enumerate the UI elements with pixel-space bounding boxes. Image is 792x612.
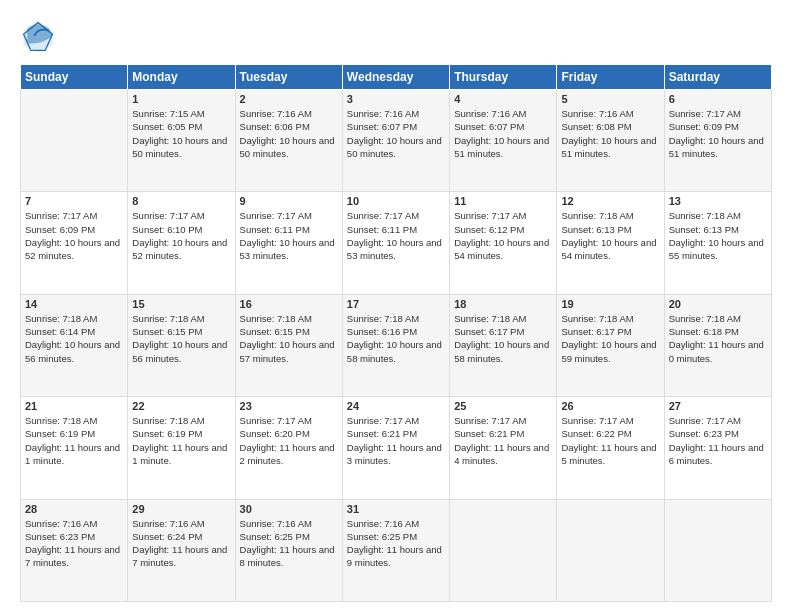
cell-info: Sunrise: 7:16 AMSunset: 6:07 PMDaylight:… xyxy=(347,107,445,160)
cell-info: Sunrise: 7:17 AMSunset: 6:20 PMDaylight:… xyxy=(240,414,338,467)
day-number: 6 xyxy=(669,93,767,105)
day-number: 29 xyxy=(132,503,230,515)
calendar-cell: 1Sunrise: 7:15 AMSunset: 6:05 PMDaylight… xyxy=(128,90,235,192)
day-number: 15 xyxy=(132,298,230,310)
cell-info: Sunrise: 7:17 AMSunset: 6:11 PMDaylight:… xyxy=(240,209,338,262)
col-header-tuesday: Tuesday xyxy=(235,65,342,90)
cell-info: Sunrise: 7:17 AMSunset: 6:23 PMDaylight:… xyxy=(669,414,767,467)
cell-info: Sunrise: 7:18 AMSunset: 6:19 PMDaylight:… xyxy=(25,414,123,467)
day-number: 19 xyxy=(561,298,659,310)
col-header-monday: Monday xyxy=(128,65,235,90)
cell-info: Sunrise: 7:18 AMSunset: 6:15 PMDaylight:… xyxy=(132,312,230,365)
calendar-cell: 29Sunrise: 7:16 AMSunset: 6:24 PMDayligh… xyxy=(128,499,235,601)
week-row-2: 7Sunrise: 7:17 AMSunset: 6:09 PMDaylight… xyxy=(21,192,772,294)
calendar-cell: 10Sunrise: 7:17 AMSunset: 6:11 PMDayligh… xyxy=(342,192,449,294)
cell-info: Sunrise: 7:16 AMSunset: 6:23 PMDaylight:… xyxy=(25,517,123,570)
cell-info: Sunrise: 7:17 AMSunset: 6:12 PMDaylight:… xyxy=(454,209,552,262)
logo-icon xyxy=(20,18,56,54)
cell-info: Sunrise: 7:17 AMSunset: 6:09 PMDaylight:… xyxy=(669,107,767,160)
calendar-cell: 21Sunrise: 7:18 AMSunset: 6:19 PMDayligh… xyxy=(21,397,128,499)
col-header-sunday: Sunday xyxy=(21,65,128,90)
calendar-cell: 7Sunrise: 7:17 AMSunset: 6:09 PMDaylight… xyxy=(21,192,128,294)
calendar-cell: 2Sunrise: 7:16 AMSunset: 6:06 PMDaylight… xyxy=(235,90,342,192)
day-number: 17 xyxy=(347,298,445,310)
cell-info: Sunrise: 7:18 AMSunset: 6:16 PMDaylight:… xyxy=(347,312,445,365)
cell-info: Sunrise: 7:17 AMSunset: 6:10 PMDaylight:… xyxy=(132,209,230,262)
calendar-cell: 23Sunrise: 7:17 AMSunset: 6:20 PMDayligh… xyxy=(235,397,342,499)
day-number: 1 xyxy=(132,93,230,105)
calendar-cell: 28Sunrise: 7:16 AMSunset: 6:23 PMDayligh… xyxy=(21,499,128,601)
calendar-cell: 18Sunrise: 7:18 AMSunset: 6:17 PMDayligh… xyxy=(450,294,557,396)
calendar-cell: 14Sunrise: 7:18 AMSunset: 6:14 PMDayligh… xyxy=(21,294,128,396)
header-row: SundayMondayTuesdayWednesdayThursdayFrid… xyxy=(21,65,772,90)
calendar-cell: 17Sunrise: 7:18 AMSunset: 6:16 PMDayligh… xyxy=(342,294,449,396)
cell-info: Sunrise: 7:17 AMSunset: 6:21 PMDaylight:… xyxy=(454,414,552,467)
week-row-1: 1Sunrise: 7:15 AMSunset: 6:05 PMDaylight… xyxy=(21,90,772,192)
calendar-cell xyxy=(450,499,557,601)
day-number: 14 xyxy=(25,298,123,310)
day-number: 28 xyxy=(25,503,123,515)
calendar-cell: 4Sunrise: 7:16 AMSunset: 6:07 PMDaylight… xyxy=(450,90,557,192)
cell-info: Sunrise: 7:16 AMSunset: 6:08 PMDaylight:… xyxy=(561,107,659,160)
cell-info: Sunrise: 7:17 AMSunset: 6:22 PMDaylight:… xyxy=(561,414,659,467)
week-row-4: 21Sunrise: 7:18 AMSunset: 6:19 PMDayligh… xyxy=(21,397,772,499)
calendar-cell: 27Sunrise: 7:17 AMSunset: 6:23 PMDayligh… xyxy=(664,397,771,499)
day-number: 12 xyxy=(561,195,659,207)
day-number: 7 xyxy=(25,195,123,207)
cell-info: Sunrise: 7:15 AMSunset: 6:05 PMDaylight:… xyxy=(132,107,230,160)
day-number: 21 xyxy=(25,400,123,412)
logo xyxy=(20,18,58,54)
cell-info: Sunrise: 7:16 AMSunset: 6:07 PMDaylight:… xyxy=(454,107,552,160)
calendar-cell: 30Sunrise: 7:16 AMSunset: 6:25 PMDayligh… xyxy=(235,499,342,601)
cell-info: Sunrise: 7:17 AMSunset: 6:11 PMDaylight:… xyxy=(347,209,445,262)
day-number: 2 xyxy=(240,93,338,105)
day-number: 10 xyxy=(347,195,445,207)
calendar-cell: 13Sunrise: 7:18 AMSunset: 6:13 PMDayligh… xyxy=(664,192,771,294)
cell-info: Sunrise: 7:18 AMSunset: 6:18 PMDaylight:… xyxy=(669,312,767,365)
calendar-cell: 22Sunrise: 7:18 AMSunset: 6:19 PMDayligh… xyxy=(128,397,235,499)
cell-info: Sunrise: 7:16 AMSunset: 6:24 PMDaylight:… xyxy=(132,517,230,570)
day-number: 11 xyxy=(454,195,552,207)
cell-info: Sunrise: 7:17 AMSunset: 6:09 PMDaylight:… xyxy=(25,209,123,262)
calendar-body: 1Sunrise: 7:15 AMSunset: 6:05 PMDaylight… xyxy=(21,90,772,602)
day-number: 8 xyxy=(132,195,230,207)
cell-info: Sunrise: 7:18 AMSunset: 6:19 PMDaylight:… xyxy=(132,414,230,467)
day-number: 24 xyxy=(347,400,445,412)
col-header-saturday: Saturday xyxy=(664,65,771,90)
calendar-cell: 11Sunrise: 7:17 AMSunset: 6:12 PMDayligh… xyxy=(450,192,557,294)
calendar-table: SundayMondayTuesdayWednesdayThursdayFrid… xyxy=(20,64,772,602)
calendar-cell xyxy=(664,499,771,601)
calendar-cell: 31Sunrise: 7:16 AMSunset: 6:25 PMDayligh… xyxy=(342,499,449,601)
cell-info: Sunrise: 7:17 AMSunset: 6:21 PMDaylight:… xyxy=(347,414,445,467)
day-number: 25 xyxy=(454,400,552,412)
calendar-page: SundayMondayTuesdayWednesdayThursdayFrid… xyxy=(0,0,792,612)
col-header-friday: Friday xyxy=(557,65,664,90)
calendar-cell: 3Sunrise: 7:16 AMSunset: 6:07 PMDaylight… xyxy=(342,90,449,192)
calendar-cell: 19Sunrise: 7:18 AMSunset: 6:17 PMDayligh… xyxy=(557,294,664,396)
calendar-cell xyxy=(557,499,664,601)
col-header-thursday: Thursday xyxy=(450,65,557,90)
cell-info: Sunrise: 7:16 AMSunset: 6:06 PMDaylight:… xyxy=(240,107,338,160)
calendar-header: SundayMondayTuesdayWednesdayThursdayFrid… xyxy=(21,65,772,90)
calendar-cell: 20Sunrise: 7:18 AMSunset: 6:18 PMDayligh… xyxy=(664,294,771,396)
cell-info: Sunrise: 7:16 AMSunset: 6:25 PMDaylight:… xyxy=(240,517,338,570)
calendar-cell: 9Sunrise: 7:17 AMSunset: 6:11 PMDaylight… xyxy=(235,192,342,294)
day-number: 4 xyxy=(454,93,552,105)
day-number: 16 xyxy=(240,298,338,310)
calendar-cell: 12Sunrise: 7:18 AMSunset: 6:13 PMDayligh… xyxy=(557,192,664,294)
col-header-wednesday: Wednesday xyxy=(342,65,449,90)
header xyxy=(20,18,772,54)
day-number: 23 xyxy=(240,400,338,412)
day-number: 3 xyxy=(347,93,445,105)
calendar-cell: 26Sunrise: 7:17 AMSunset: 6:22 PMDayligh… xyxy=(557,397,664,499)
day-number: 13 xyxy=(669,195,767,207)
calendar-cell: 24Sunrise: 7:17 AMSunset: 6:21 PMDayligh… xyxy=(342,397,449,499)
day-number: 9 xyxy=(240,195,338,207)
calendar-cell: 25Sunrise: 7:17 AMSunset: 6:21 PMDayligh… xyxy=(450,397,557,499)
day-number: 31 xyxy=(347,503,445,515)
cell-info: Sunrise: 7:16 AMSunset: 6:25 PMDaylight:… xyxy=(347,517,445,570)
day-number: 18 xyxy=(454,298,552,310)
cell-info: Sunrise: 7:18 AMSunset: 6:13 PMDaylight:… xyxy=(669,209,767,262)
calendar-cell: 15Sunrise: 7:18 AMSunset: 6:15 PMDayligh… xyxy=(128,294,235,396)
day-number: 22 xyxy=(132,400,230,412)
